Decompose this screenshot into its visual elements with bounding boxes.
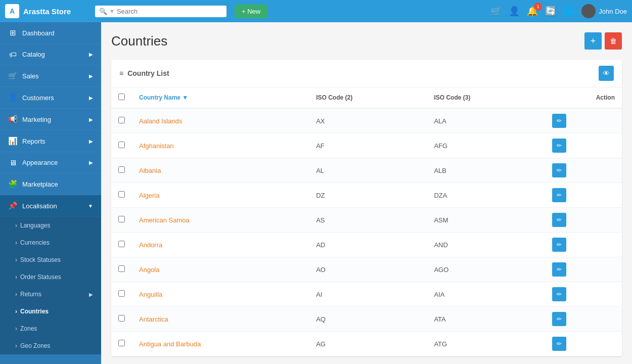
chevron-right-icon: ▶ — [89, 95, 93, 101]
table-row: Afghanistan AF AFG ✏ — [111, 133, 622, 158]
page-title: Countries — [111, 33, 167, 49]
sidebar-item-stock-statuses[interactable]: › Stock Statuses — [0, 251, 101, 268]
globe-icon[interactable]: 🌐 — [563, 6, 574, 17]
sidebar-item-countries[interactable]: › Countries — [0, 303, 101, 320]
sidebar-item-appearance[interactable]: 🖥 Appearance ▶ — [0, 152, 101, 173]
sidebar-item-marketplace[interactable]: 🧩 Marketplace — [0, 173, 101, 195]
sidebar-sub-label: Zones — [20, 325, 37, 332]
header-action: Action — [545, 87, 622, 108]
row-checkbox[interactable] — [118, 166, 125, 173]
sidebar-item-localisation[interactable]: 📌 Localisation ▼ — [0, 195, 101, 217]
sidebar-item-marketing[interactable]: 📢 Marketing ▶ — [0, 109, 101, 130]
sidebar-item-sales[interactable]: 🛒 Sales ▶ — [0, 65, 101, 87]
marketing-icon: 📢 — [8, 115, 17, 124]
edit-button[interactable]: ✏ — [552, 312, 566, 326]
eye-icon: 👁 — [603, 69, 610, 77]
sidebar-item-reports[interactable]: 📊 Reports ▶ — [0, 130, 101, 152]
edit-button[interactable]: ✏ — [552, 139, 566, 153]
arrow-icon: › — [15, 256, 17, 263]
action-cell: ✏ — [545, 108, 622, 133]
row-checkbox[interactable] — [118, 241, 125, 247]
table-body: Aaland Islands AX ALA ✏ Afghanistan AF A… — [111, 108, 622, 356]
chevron-right-icon: ▶ — [89, 117, 93, 122]
row-checkbox[interactable] — [118, 142, 125, 148]
user-info: John Doe — [581, 4, 627, 18]
arrow-icon: › — [15, 239, 17, 246]
select-all-checkbox[interactable] — [118, 94, 125, 100]
sidebar-item-dashboard[interactable]: ⊞ Dashboard — [0, 22, 101, 44]
dashboard-icon: ⊞ — [8, 28, 17, 37]
arrow-icon: › — [15, 222, 17, 229]
sidebar-item-languages[interactable]: › Languages — [0, 217, 101, 234]
brand-icon: A — [5, 4, 19, 18]
edit-button[interactable]: ✏ — [552, 238, 566, 252]
country-name-cell: Angola — [132, 257, 309, 282]
edit-button[interactable]: ✏ — [552, 163, 566, 177]
row-checkbox-cell — [111, 233, 132, 257]
row-checkbox[interactable] — [118, 340, 125, 346]
sidebar-item-catalog[interactable]: 🏷 Catalog ▶ — [0, 44, 101, 65]
edit-button[interactable]: ✏ — [552, 213, 566, 227]
sidebar-item-label: Customers — [22, 94, 54, 102]
notification-icon[interactable]: 🔔 1 — [527, 6, 538, 17]
arrow-icon: › — [15, 291, 17, 298]
delete-button[interactable]: 🗑 — [605, 32, 622, 50]
search-dropdown[interactable]: ▼ — [109, 8, 115, 14]
row-checkbox[interactable] — [118, 265, 125, 272]
action-cell: ✏ — [545, 332, 622, 356]
edit-button[interactable]: ✏ — [552, 114, 566, 128]
sidebar-item-zones[interactable]: › Zones — [0, 320, 101, 337]
iso3-cell: ALA — [427, 108, 545, 133]
row-checkbox-cell — [111, 183, 132, 208]
card-title: ≡ Country List — [119, 69, 169, 77]
table-row: Algeria DZ DZA ✏ — [111, 183, 622, 208]
country-name-cell: Antigua and Barbuda — [132, 332, 309, 356]
row-checkbox[interactable] — [118, 290, 125, 297]
sidebar-item-order-statuses[interactable]: › Order Statuses — [0, 268, 101, 286]
eye-button[interactable]: 👁 — [599, 66, 614, 81]
row-checkbox[interactable] — [118, 191, 125, 198]
sidebar-item-geo-zones[interactable]: › Geo Zones — [0, 337, 101, 354]
row-checkbox[interactable] — [118, 216, 125, 222]
iso2-cell: AD — [309, 233, 427, 257]
iso2-cell: AI — [309, 282, 427, 307]
table-row: Anguilla AI AIA ✏ — [111, 282, 622, 307]
edit-button[interactable]: ✏ — [552, 262, 566, 277]
search-input[interactable] — [117, 8, 218, 15]
appearance-icon: 🖥 — [8, 158, 17, 167]
edit-button[interactable]: ✏ — [552, 337, 566, 351]
iso3-cell: DZA — [427, 183, 545, 208]
row-checkbox[interactable] — [118, 315, 125, 322]
country-name-cell: American Samoa — [132, 208, 309, 233]
sidebar-sub-label: Order Statuses — [20, 274, 61, 281]
table-row: Angola AO AGO ✏ — [111, 257, 622, 282]
header-country-name[interactable]: Country Name ▼ — [132, 87, 309, 108]
sidebar-item-label: Appearance — [22, 159, 58, 166]
edit-button[interactable]: ✏ — [552, 287, 566, 301]
action-cell: ✏ — [545, 257, 622, 282]
add-button[interactable]: + — [584, 32, 602, 50]
table-header-row: Country Name ▼ ISO Code (2) ISO Code (3)… — [111, 87, 622, 108]
iso3-cell: AFG — [427, 133, 545, 158]
search-area: 🔍 ▼ — [95, 6, 227, 17]
sidebar-sub-label: Stock Statuses — [20, 256, 61, 263]
cart-icon[interactable]: 🛒 — [490, 6, 502, 17]
country-name-cell: Albania — [132, 158, 309, 183]
sidebar-sub-label: Geo Zones — [20, 342, 50, 349]
table-row: Albania AL ALB ✏ — [111, 158, 622, 183]
user-icon[interactable]: 👤 — [509, 6, 520, 17]
sidebar-item-returns[interactable]: › Returns ▶ — [0, 286, 101, 303]
refresh-icon[interactable]: 🔄 — [545, 6, 556, 17]
new-button[interactable]: + New — [235, 5, 267, 18]
table-row: American Samoa AS ASM ✏ — [111, 208, 622, 233]
avatar — [581, 4, 596, 18]
edit-button[interactable]: ✏ — [552, 188, 566, 202]
row-checkbox-cell — [111, 307, 132, 332]
row-checkbox[interactable] — [118, 117, 125, 123]
country-name-cell: Antarctica — [132, 307, 309, 332]
sidebar-item-customers[interactable]: 👤 Customers ▶ — [0, 87, 101, 109]
row-checkbox-cell — [111, 332, 132, 356]
sidebar-item-label: Localisation — [22, 202, 57, 210]
arrow-icon: › — [15, 308, 17, 315]
sidebar-item-currencies[interactable]: › Currencies — [0, 234, 101, 251]
